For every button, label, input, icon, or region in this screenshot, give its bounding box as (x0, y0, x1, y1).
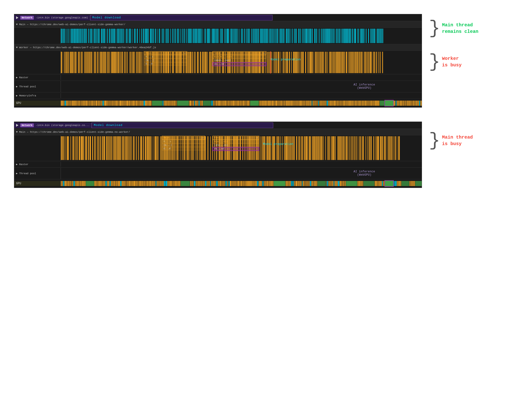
main-thread-bars-2: Task ↗ R...s (a...) d...d Task ↗ Run. (61, 135, 422, 161)
memory-infra-content (61, 92, 422, 99)
network-label-1: Network -int4.bin (storage.googleapis.co… (14, 15, 90, 20)
annotations-2: } Main thread is busy (429, 121, 473, 148)
network-content-1: Model download (90, 14, 422, 21)
model-download-text-1: Model download (92, 16, 121, 19)
worker-task-spacer (14, 51, 61, 74)
model-download-bar-2: Model download (92, 122, 273, 128)
brace-clean: } (429, 21, 440, 36)
rs-label-1: R...s (144, 55, 187, 59)
worker-task-area: Task ↗ R...s (a...) d...d Task ↗ Run (14, 51, 422, 74)
task-box-2: Task ↗ Run m...asks (anon...ous) do...nd (212, 51, 266, 66)
gpu-label-2: GPU (14, 181, 61, 186)
thread-pool-content-2: AI inference (WebGPU) (61, 168, 422, 179)
memory-infra-label: ▶ MemoryInfra (14, 93, 61, 98)
annotation-text-busy: Worker is busy (442, 55, 462, 68)
trace-panel-no-worker: Network -int4.bin (storage.googleapis.co… (14, 121, 422, 188)
network-arrow-icon (16, 16, 19, 19)
brace-main-busy: } (429, 133, 440, 148)
raster-content-2 (61, 161, 422, 167)
worker-url-label: ▼ Worker — https://chrome.dev/web-ai-dem… (14, 45, 158, 50)
gpu-content-2 (61, 179, 422, 188)
main-thread-label-spacer-2 (14, 135, 61, 161)
dd-2: d...d (162, 147, 205, 150)
anon-us-label: (ano...us) (212, 143, 259, 147)
raster-label-1: ▶ Raster (14, 75, 61, 80)
thread-pool-label-1: ▶ Thread pool (14, 81, 61, 92)
annotation-busy-worker: } Worker is busy (429, 55, 478, 69)
network-content-2: Model download (92, 122, 422, 129)
rs-label-2: R...s (162, 140, 205, 143)
anon-a-2: (a...) (162, 143, 205, 147)
network-file-1: -int4.bin (storage.googleapis.com) (36, 16, 88, 19)
ai-inference-1: AI inference (WebGPU) (354, 83, 375, 90)
network-label-2: Network -int4.bin (storage.googleapis.co… (14, 122, 92, 128)
main-url-label-2: ▼ Main — https://chrome.dev/web-ai-demos… (14, 130, 132, 134)
gpu-bars-container-2 (61, 179, 422, 188)
annotation-text-main-busy: Main thread is busy (442, 134, 473, 147)
main-url-row-2: ▼ Main — https://chrome.dev/web-ai-demos… (14, 129, 422, 135)
main-url-row-1: ▼ Main — https://chrome.dev/web-ai-demos… (14, 21, 422, 28)
network-file-2: -int4.bin (storage.googleapis.co... (36, 124, 90, 127)
ai-inference-2: AI inference (WebGPU) (354, 170, 375, 176)
main-thread-area-1: // Will be rendered via CSS pattern (14, 28, 422, 44)
dond-2: do...nd (212, 147, 259, 151)
worker-url-row: ▼ Worker — https://chrome.dev/web-ai-dem… (14, 44, 422, 51)
network-row-2: Network -int4.bin (storage.googleapis.co… (14, 122, 422, 129)
run-sks-label: Run...sks (212, 140, 259, 143)
raster-row-1: ▶ Raster (14, 74, 422, 81)
thread-pool-label-2: ▶ Thread pool (14, 168, 61, 179)
network-badge-1: Network (20, 16, 34, 19)
worker-task-content: Task ↗ R...s (a...) d...d Task ↗ Run (61, 51, 422, 74)
gpu-bars-container-1 (61, 99, 422, 107)
task-label-nw-2: Task ↗ (212, 136, 259, 140)
anon-ous-1: (anon...ous) (212, 59, 266, 62)
raster-row-2: ▶ Raster (14, 161, 422, 168)
task-box-nw-2: Task ↗ Run...sks (ano...us) do...nd (212, 136, 259, 151)
diagram-no-worker: Network -int4.bin (storage.googleapis.co… (14, 121, 518, 188)
task-label-2: Task ↗ (212, 51, 266, 55)
diagram-worker: Network -int4.bin (storage.googleapis.co… (14, 14, 518, 108)
main-url-label-1: ▼ Main — https://chrome.dev/web-ai-demos… (14, 22, 127, 27)
network-arrow-icon-2 (16, 124, 19, 127)
main-thread-label-spacer (14, 28, 61, 44)
gpu-row-2: GPU (14, 179, 422, 188)
model-download-bar-1: Model download (90, 15, 273, 20)
annotation-clean: } Main thread remains clean (429, 21, 478, 36)
dd-1: d...d (144, 62, 187, 66)
network-row-1: Network -int4.bin (storage.googleapis.co… (14, 14, 422, 21)
dond-1: do...nd (212, 62, 266, 66)
task-box-1: Task ↗ R...s (a...) d...d (144, 51, 187, 66)
thread-pool-content-1: AI inference (WebGPU) (61, 81, 422, 92)
annotations-1: } Main thread remains clean } Worker is … (429, 14, 478, 69)
red-bar-1 (270, 51, 271, 74)
gpu-label-1: GPU (14, 101, 61, 106)
network-badge-2: Network (20, 123, 34, 127)
task-label-nw-1: Task ↗ (162, 136, 205, 140)
raster-label-2: ▶ Raster (14, 162, 61, 167)
teal-bars-1 (61, 29, 422, 43)
annotation-main-busy: } Main thread is busy (429, 133, 473, 148)
thread-pool-row-2: ▶ Thread pool AI inference (WebGPU) (14, 168, 422, 179)
main-thread-bars-1: // Will be rendered via CSS pattern (61, 28, 422, 44)
model-prep-1: Model preparation (270, 58, 301, 62)
model-prep-2: Model preparation (263, 142, 294, 146)
thread-pool-row-1: ▶ Thread pool AI inference (WebGPU) (14, 81, 422, 92)
gpu-row-1: GPU (14, 99, 422, 107)
memory-infra-row: ▶ MemoryInfra (14, 92, 422, 99)
task-label-1: Task ↗ (144, 51, 187, 55)
model-download-text-2: Model download (94, 123, 122, 127)
gpu-content-1 (61, 99, 422, 107)
main-thread-area-2: Task ↗ R...s (a...) d...d Task ↗ Run. (14, 135, 422, 161)
anon-a-1: (a...) (144, 59, 187, 62)
run-masks-label: Run m...asks (212, 55, 266, 59)
brace-busy: } (429, 55, 440, 69)
raster-content-1 (61, 74, 422, 81)
trace-panel-worker: Network -int4.bin (storage.googleapis.co… (14, 14, 422, 108)
annotation-text-clean: Main thread remains clean (442, 22, 478, 35)
task-box-nw-1: Task ↗ R...s (a...) d...d (162, 136, 205, 150)
